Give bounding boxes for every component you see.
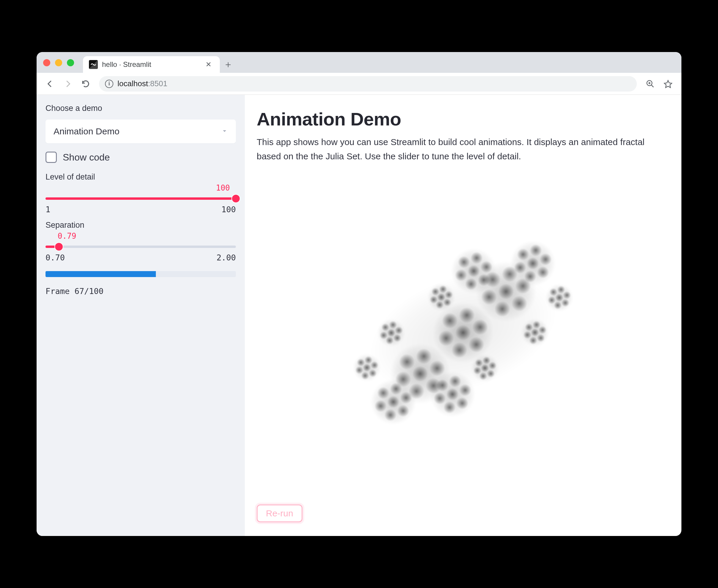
main-content: Animation Demo This app shows how you ca… [245,95,681,536]
url-host: localhost [118,79,148,88]
checkbox-box [45,152,57,163]
reload-button[interactable] [78,77,93,91]
detail-slider-thumb[interactable] [232,195,240,203]
progress-bar [45,271,236,277]
tab-title: hello · Streamlit [102,60,199,69]
browser-chrome: hello · Streamlit ✕ ＋ i localhost:8501 [37,52,681,95]
rerun-button[interactable]: Re-run [257,504,303,522]
svg-marker-4 [664,80,672,87]
detail-slider-track[interactable] [45,194,236,203]
demo-select[interactable]: Animation Demo [45,120,236,143]
zoom-icon[interactable] [643,77,658,91]
detail-slider-label: Level of detail [45,172,236,182]
separation-slider-range: 0.70 2.00 [45,253,236,262]
back-button[interactable] [43,77,57,91]
url-port: :8501 [148,79,167,88]
fractal-image [257,164,670,502]
separation-max: 2.00 [217,253,236,262]
detail-slider-value: 100 [216,184,230,192]
detail-slider-value-row: 100 [45,184,236,192]
show-code-label: Show code [63,152,110,163]
choose-demo-label: Choose a demo [45,104,236,113]
browser-toolbar: i localhost:8501 [37,73,681,95]
forward-button[interactable] [60,77,75,91]
separation-min: 0.70 [45,253,65,262]
separation-slider-label: Separation [45,220,236,230]
detail-max: 100 [221,205,236,214]
frame-counter: Frame 67/100 [45,287,236,296]
url-text: localhost:8501 [118,79,167,88]
show-code-checkbox[interactable]: Show code [45,150,236,166]
maximize-window-button[interactable] [67,59,74,66]
browser-window: hello · Streamlit ✕ ＋ i localhost:8501 [37,52,681,536]
new-tab-button[interactable]: ＋ [220,56,237,73]
separation-slider-value: 0.79 [58,232,77,240]
window-controls [43,59,83,73]
tab-favicon [89,60,98,69]
svg-line-1 [651,85,654,87]
demo-select-value: Animation Demo [54,126,120,136]
detail-slider-range: 1 100 [45,205,236,214]
bookmark-star-icon[interactable] [661,77,675,91]
separation-slider-value-row: 0.79 [45,232,236,240]
separation-slider-track[interactable] [45,242,236,251]
page-title: Animation Demo [257,108,670,130]
sidebar: Choose a demo Animation Demo Show code L… [37,95,245,536]
site-info-icon[interactable]: i [105,80,113,88]
app-body: Choose a demo Animation Demo Show code L… [37,95,681,536]
separation-slider: Separation 0.79 0.70 2.00 [45,220,236,262]
close-tab-button[interactable]: ✕ [203,59,214,70]
close-window-button[interactable] [43,59,50,66]
detail-slider: Level of detail 100 1 100 [45,172,236,214]
chevron-down-icon [221,126,228,136]
separation-slider-thumb[interactable] [55,243,63,251]
detail-min: 1 [45,205,50,214]
minimize-window-button[interactable] [55,59,62,66]
tab-bar: hello · Streamlit ✕ ＋ [37,52,681,73]
address-bar[interactable]: i localhost:8501 [99,76,637,91]
page-description: This app shows how you can use Streamlit… [257,135,649,164]
browser-tab[interactable]: hello · Streamlit ✕ [83,56,220,73]
